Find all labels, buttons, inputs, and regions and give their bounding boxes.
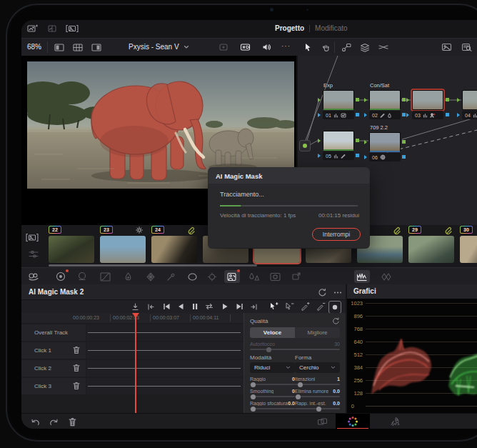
track-overall[interactable]: Overall Track	[21, 324, 243, 342]
subtract-stroke-tool[interactable]	[283, 300, 296, 313]
node-02[interactable]: Con/Sat 02	[369, 90, 401, 119]
trash-icon[interactable]	[73, 364, 80, 372]
magic-mask-tool-icon[interactable]	[224, 270, 240, 283]
scopes-icon[interactable]	[354, 270, 370, 283]
layers-panel-icon[interactable]	[357, 41, 373, 54]
param-slider[interactable]	[250, 408, 295, 409]
track-click-3[interactable]: Click 3	[21, 378, 243, 395]
clip-thumbnail[interactable]	[100, 236, 146, 263]
magic-mask-icon	[430, 113, 436, 118]
edit-page-icon[interactable]	[314, 415, 330, 428]
picker-icon[interactable]	[163, 270, 179, 283]
skip-start-icon[interactable]	[160, 300, 173, 313]
subtract-paint-tool[interactable]	[314, 300, 327, 313]
mixer-icon[interactable]	[376, 41, 391, 54]
color-wheels-icon[interactable]	[53, 270, 69, 283]
tracker-icon[interactable]	[204, 270, 220, 283]
clips-view-icon[interactable]	[24, 231, 40, 244]
timeline-playhead[interactable]	[135, 313, 136, 413]
scope-tick: 1023	[351, 300, 363, 307]
power-window-icon[interactable]	[184, 270, 200, 283]
node-04[interactable]: 04	[462, 90, 477, 119]
in-point-icon[interactable]	[144, 300, 157, 313]
track-data-icon[interactable]	[129, 300, 141, 313]
node-01[interactable]: Exp 01	[323, 90, 354, 119]
source-node[interactable]	[299, 140, 311, 151]
clip-badge: 29	[408, 226, 421, 234]
clip-name-menu[interactable]: Pxysis - Sean V	[129, 43, 189, 51]
camera-raw-icon[interactable]	[26, 270, 41, 283]
clip-thumbnail[interactable]	[151, 236, 197, 263]
add-stroke-tool[interactable]	[267, 300, 280, 313]
timeline-align-icon[interactable]	[26, 248, 41, 261]
node-editor-icon[interactable]	[338, 41, 354, 54]
clip-badge: 30	[460, 226, 473, 234]
play-icon[interactable]	[219, 300, 231, 313]
param-slider[interactable]	[250, 396, 295, 397]
quality-better-option[interactable]: Migliore	[295, 327, 340, 338]
sizing-icon[interactable]	[288, 270, 304, 283]
undo-icon[interactable]	[27, 415, 43, 428]
reset-icon[interactable]	[332, 317, 340, 325]
trash-icon[interactable]	[73, 382, 80, 390]
param-slider[interactable]	[250, 384, 295, 385]
warper-icon[interactable]	[143, 270, 159, 283]
interrompi-button[interactable]: Interrompi	[312, 228, 361, 241]
overflow-menu[interactable]: ···	[281, 42, 291, 50]
track-click-1[interactable]: Click 1	[21, 342, 243, 359]
playhead-marker[interactable]	[132, 313, 139, 318]
skip-end-icon[interactable]	[233, 300, 246, 313]
play-reverse-icon[interactable]	[174, 300, 187, 313]
bypass-grades-icon[interactable]	[216, 41, 231, 54]
stills-compare-icon[interactable]	[44, 22, 60, 35]
waveform-scope[interactable]: 1023 896 768 640 512 384 256 128 0	[347, 299, 477, 413]
color-page-button[interactable]	[336, 414, 370, 429]
proxy-quality-icon[interactable]	[237, 41, 253, 54]
clip-thumbnail[interactable]	[460, 236, 477, 263]
deliver-page-icon[interactable]	[387, 415, 403, 428]
pointer-tool-icon[interactable]	[300, 41, 316, 54]
grid-viewer-icon[interactable]	[70, 41, 86, 54]
zoom-level[interactable]: 68%	[27, 43, 41, 51]
keyframes-icon[interactable]	[378, 270, 394, 283]
audio-icon[interactable]	[258, 41, 274, 54]
node-06[interactable]: 709 2.2 06	[369, 132, 401, 161]
autotouch-label: Autoritocco	[250, 342, 275, 347]
track-click-2[interactable]: Click 2	[21, 360, 243, 377]
single-viewer-icon[interactable]	[51, 41, 67, 54]
trash-icon[interactable]	[64, 415, 80, 428]
loop-range-icon[interactable]	[203, 300, 216, 313]
gallery-add-icon[interactable]	[24, 22, 40, 35]
cc-image-icon[interactable]	[267, 270, 283, 283]
param-slider[interactable]	[295, 396, 340, 397]
node-03-selected[interactable]: 03	[412, 90, 443, 119]
param-slider[interactable]	[295, 384, 340, 385]
link-icon	[188, 227, 195, 234]
out-point-icon[interactable]	[247, 300, 260, 313]
blur-icon[interactable]	[246, 270, 261, 283]
autotouch-slider[interactable]	[250, 349, 340, 350]
clip-thumbnail[interactable]	[408, 236, 454, 263]
gallery-view-icon[interactable]	[64, 22, 80, 35]
shape-dropdown[interactable]: Cerchio	[295, 362, 340, 373]
param-slider[interactable]	[295, 408, 340, 409]
stills-panel-icon[interactable]	[438, 41, 454, 54]
add-paint-tool[interactable]	[298, 300, 311, 313]
clip-thumbnail[interactable]	[49, 236, 94, 263]
reset-icon[interactable]	[314, 286, 330, 299]
hdr-wheels-icon[interactable]	[74, 270, 90, 283]
pause-icon[interactable]	[189, 300, 201, 313]
panel-menu-icon[interactable]	[330, 286, 346, 299]
clip-strip-scrollbar[interactable]	[49, 264, 257, 267]
mode-dropdown[interactable]: Riduci	[250, 362, 295, 373]
node-05[interactable]: 05	[323, 131, 354, 160]
redo-icon[interactable]	[46, 415, 61, 428]
trash-icon[interactable]	[73, 346, 80, 354]
lut-browser-icon[interactable]	[458, 41, 474, 54]
qualifier-icon[interactable]	[120, 270, 136, 283]
split-viewer-icon[interactable]	[89, 41, 104, 54]
overlay-toggle[interactable]	[328, 301, 341, 314]
curves-icon[interactable]	[97, 270, 113, 283]
hand-tool-icon[interactable]	[318, 41, 334, 54]
quality-fast-option[interactable]: Veloce	[250, 327, 295, 338]
